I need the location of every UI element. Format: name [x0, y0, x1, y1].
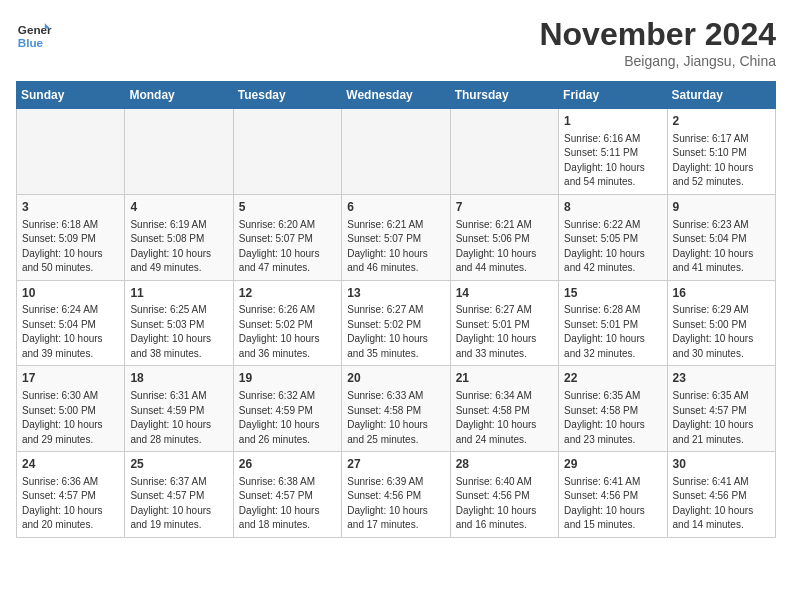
day-number: 25: [130, 456, 227, 473]
day-number: 7: [456, 199, 553, 216]
day-info: Sunrise: 6:20 AM Sunset: 5:07 PM Dayligh…: [239, 218, 336, 276]
calendar-cell: 12Sunrise: 6:26 AM Sunset: 5:02 PM Dayli…: [233, 280, 341, 366]
calendar-cell: 22Sunrise: 6:35 AM Sunset: 4:58 PM Dayli…: [559, 366, 667, 452]
svg-text:General: General: [18, 23, 52, 36]
day-number: 17: [22, 370, 119, 387]
day-info: Sunrise: 6:19 AM Sunset: 5:08 PM Dayligh…: [130, 218, 227, 276]
day-info: Sunrise: 6:23 AM Sunset: 5:04 PM Dayligh…: [673, 218, 770, 276]
day-number: 6: [347, 199, 444, 216]
calendar-cell: [17, 109, 125, 195]
calendar-cell: 27Sunrise: 6:39 AM Sunset: 4:56 PM Dayli…: [342, 452, 450, 538]
calendar-cell: 21Sunrise: 6:34 AM Sunset: 4:58 PM Dayli…: [450, 366, 558, 452]
day-info: Sunrise: 6:33 AM Sunset: 4:58 PM Dayligh…: [347, 389, 444, 447]
day-number: 2: [673, 113, 770, 130]
day-info: Sunrise: 6:41 AM Sunset: 4:56 PM Dayligh…: [564, 475, 661, 533]
calendar-cell: 10Sunrise: 6:24 AM Sunset: 5:04 PM Dayli…: [17, 280, 125, 366]
week-row-5: 24Sunrise: 6:36 AM Sunset: 4:57 PM Dayli…: [17, 452, 776, 538]
day-info: Sunrise: 6:41 AM Sunset: 4:56 PM Dayligh…: [673, 475, 770, 533]
week-row-4: 17Sunrise: 6:30 AM Sunset: 5:00 PM Dayli…: [17, 366, 776, 452]
calendar-cell: 15Sunrise: 6:28 AM Sunset: 5:01 PM Dayli…: [559, 280, 667, 366]
calendar-cell: 28Sunrise: 6:40 AM Sunset: 4:56 PM Dayli…: [450, 452, 558, 538]
day-info: Sunrise: 6:26 AM Sunset: 5:02 PM Dayligh…: [239, 303, 336, 361]
weekday-monday: Monday: [125, 82, 233, 109]
weekday-saturday: Saturday: [667, 82, 775, 109]
day-info: Sunrise: 6:17 AM Sunset: 5:10 PM Dayligh…: [673, 132, 770, 190]
calendar-cell: 18Sunrise: 6:31 AM Sunset: 4:59 PM Dayli…: [125, 366, 233, 452]
month-title: November 2024: [539, 16, 776, 53]
title-area: November 2024 Beigang, Jiangsu, China: [539, 16, 776, 69]
day-number: 16: [673, 285, 770, 302]
day-info: Sunrise: 6:21 AM Sunset: 5:06 PM Dayligh…: [456, 218, 553, 276]
calendar-cell: [450, 109, 558, 195]
day-number: 30: [673, 456, 770, 473]
calendar: SundayMondayTuesdayWednesdayThursdayFrid…: [16, 81, 776, 538]
header: General Blue November 2024 Beigang, Jian…: [16, 16, 776, 69]
calendar-cell: 14Sunrise: 6:27 AM Sunset: 5:01 PM Dayli…: [450, 280, 558, 366]
calendar-cell: 13Sunrise: 6:27 AM Sunset: 5:02 PM Dayli…: [342, 280, 450, 366]
day-number: 8: [564, 199, 661, 216]
day-number: 27: [347, 456, 444, 473]
day-number: 28: [456, 456, 553, 473]
day-number: 10: [22, 285, 119, 302]
calendar-cell: 19Sunrise: 6:32 AM Sunset: 4:59 PM Dayli…: [233, 366, 341, 452]
calendar-cell: 7Sunrise: 6:21 AM Sunset: 5:06 PM Daylig…: [450, 194, 558, 280]
calendar-cell: 11Sunrise: 6:25 AM Sunset: 5:03 PM Dayli…: [125, 280, 233, 366]
calendar-cell: [125, 109, 233, 195]
calendar-cell: 2Sunrise: 6:17 AM Sunset: 5:10 PM Daylig…: [667, 109, 775, 195]
day-info: Sunrise: 6:25 AM Sunset: 5:03 PM Dayligh…: [130, 303, 227, 361]
weekday-tuesday: Tuesday: [233, 82, 341, 109]
calendar-cell: 6Sunrise: 6:21 AM Sunset: 5:07 PM Daylig…: [342, 194, 450, 280]
calendar-cell: [233, 109, 341, 195]
day-info: Sunrise: 6:36 AM Sunset: 4:57 PM Dayligh…: [22, 475, 119, 533]
day-number: 4: [130, 199, 227, 216]
day-number: 26: [239, 456, 336, 473]
day-info: Sunrise: 6:40 AM Sunset: 4:56 PM Dayligh…: [456, 475, 553, 533]
logo: General Blue: [16, 16, 52, 52]
weekday-sunday: Sunday: [17, 82, 125, 109]
day-info: Sunrise: 6:34 AM Sunset: 4:58 PM Dayligh…: [456, 389, 553, 447]
day-number: 14: [456, 285, 553, 302]
day-info: Sunrise: 6:28 AM Sunset: 5:01 PM Dayligh…: [564, 303, 661, 361]
calendar-cell: [342, 109, 450, 195]
day-info: Sunrise: 6:18 AM Sunset: 5:09 PM Dayligh…: [22, 218, 119, 276]
day-info: Sunrise: 6:22 AM Sunset: 5:05 PM Dayligh…: [564, 218, 661, 276]
day-number: 22: [564, 370, 661, 387]
logo-icon: General Blue: [16, 16, 52, 52]
week-row-3: 10Sunrise: 6:24 AM Sunset: 5:04 PM Dayli…: [17, 280, 776, 366]
calendar-cell: 17Sunrise: 6:30 AM Sunset: 5:00 PM Dayli…: [17, 366, 125, 452]
day-info: Sunrise: 6:38 AM Sunset: 4:57 PM Dayligh…: [239, 475, 336, 533]
day-number: 11: [130, 285, 227, 302]
day-number: 1: [564, 113, 661, 130]
calendar-cell: 1Sunrise: 6:16 AM Sunset: 5:11 PM Daylig…: [559, 109, 667, 195]
day-info: Sunrise: 6:27 AM Sunset: 5:01 PM Dayligh…: [456, 303, 553, 361]
calendar-cell: 29Sunrise: 6:41 AM Sunset: 4:56 PM Dayli…: [559, 452, 667, 538]
week-row-2: 3Sunrise: 6:18 AM Sunset: 5:09 PM Daylig…: [17, 194, 776, 280]
day-info: Sunrise: 6:29 AM Sunset: 5:00 PM Dayligh…: [673, 303, 770, 361]
day-info: Sunrise: 6:16 AM Sunset: 5:11 PM Dayligh…: [564, 132, 661, 190]
weekday-friday: Friday: [559, 82, 667, 109]
calendar-cell: 26Sunrise: 6:38 AM Sunset: 4:57 PM Dayli…: [233, 452, 341, 538]
weekday-wednesday: Wednesday: [342, 82, 450, 109]
day-number: 20: [347, 370, 444, 387]
svg-text:Blue: Blue: [18, 36, 44, 49]
location: Beigang, Jiangsu, China: [539, 53, 776, 69]
day-info: Sunrise: 6:30 AM Sunset: 5:00 PM Dayligh…: [22, 389, 119, 447]
weekday-header-row: SundayMondayTuesdayWednesdayThursdayFrid…: [17, 82, 776, 109]
weekday-thursday: Thursday: [450, 82, 558, 109]
calendar-cell: 30Sunrise: 6:41 AM Sunset: 4:56 PM Dayli…: [667, 452, 775, 538]
day-number: 5: [239, 199, 336, 216]
calendar-cell: 20Sunrise: 6:33 AM Sunset: 4:58 PM Dayli…: [342, 366, 450, 452]
day-info: Sunrise: 6:27 AM Sunset: 5:02 PM Dayligh…: [347, 303, 444, 361]
calendar-cell: 23Sunrise: 6:35 AM Sunset: 4:57 PM Dayli…: [667, 366, 775, 452]
day-number: 29: [564, 456, 661, 473]
week-row-1: 1Sunrise: 6:16 AM Sunset: 5:11 PM Daylig…: [17, 109, 776, 195]
day-number: 12: [239, 285, 336, 302]
day-number: 23: [673, 370, 770, 387]
day-info: Sunrise: 6:35 AM Sunset: 4:58 PM Dayligh…: [564, 389, 661, 447]
calendar-cell: 16Sunrise: 6:29 AM Sunset: 5:00 PM Dayli…: [667, 280, 775, 366]
day-number: 9: [673, 199, 770, 216]
day-info: Sunrise: 6:35 AM Sunset: 4:57 PM Dayligh…: [673, 389, 770, 447]
day-number: 13: [347, 285, 444, 302]
day-info: Sunrise: 6:21 AM Sunset: 5:07 PM Dayligh…: [347, 218, 444, 276]
day-info: Sunrise: 6:24 AM Sunset: 5:04 PM Dayligh…: [22, 303, 119, 361]
